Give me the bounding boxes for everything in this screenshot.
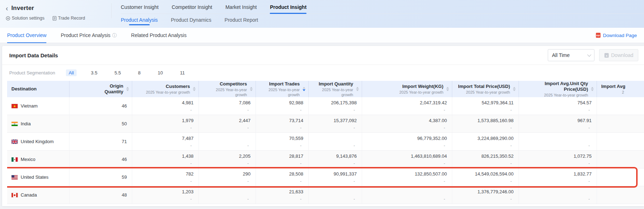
- import-avg-unit-qty-price-value: 754.57: [577, 100, 592, 106]
- origin-quantity-link[interactable]: 46: [122, 156, 127, 163]
- main-tab-market-insight[interactable]: Market Insight: [225, 4, 257, 14]
- origin-quantity-link[interactable]: 59: [122, 174, 127, 181]
- sort-carets-icon[interactable]: [250, 87, 253, 91]
- main-tab-competitor-insight[interactable]: Competitor Insight: [172, 4, 212, 14]
- sub-tab-product-dynamics[interactable]: Product Dynamics: [171, 17, 212, 23]
- import-trades-value[interactable]: 28,817: [289, 153, 303, 160]
- year-growth-value: -: [300, 178, 303, 184]
- import-trades-value[interactable]: 28,508: [289, 171, 303, 177]
- download-page-link[interactable]: PDF Download Page: [596, 28, 637, 43]
- page-tab-label: Related Product Analysis: [131, 32, 187, 38]
- page-tab-product-overview[interactable]: Product Overview: [7, 28, 46, 43]
- year-growth-value: -: [510, 178, 514, 184]
- sub-tab-product-analysis[interactable]: Product Analysis: [121, 17, 158, 23]
- origin-quantity-link[interactable]: 50: [122, 121, 127, 127]
- sort-carets-icon[interactable]: [193, 87, 196, 91]
- year-growth-value: -: [444, 125, 447, 131]
- year-growth-value: -: [588, 161, 592, 166]
- column-header-customers[interactable]: Customers2025 Year-to-year growth: [132, 81, 199, 97]
- column-header-import-quantity[interactable]: Import Quantity2025 Year-to-year growth: [309, 81, 362, 97]
- sort-desc-icon: [250, 89, 253, 91]
- segmentation-option-11[interactable]: 11: [177, 69, 188, 76]
- sort-carets-icon[interactable]: [591, 87, 594, 91]
- column-header-competitors[interactable]: Competitors2025 Year-to-year growth: [199, 81, 256, 97]
- cell-customers: 4,981-: [132, 97, 199, 115]
- sort-carets-icon[interactable]: [513, 87, 516, 91]
- sort-carets-icon[interactable]: [356, 87, 359, 91]
- column-label: Customers: [166, 84, 190, 89]
- sort-asc-icon: [356, 87, 359, 89]
- cell-customers: 1,203-: [132, 186, 199, 204]
- sort-carets-icon[interactable]: [446, 87, 449, 91]
- cell-competitors: 2,205-: [199, 151, 256, 168]
- customers-value: 1,979: [182, 117, 194, 124]
- column-label: Competitors: [220, 81, 247, 87]
- sort-asc-icon: [193, 87, 196, 89]
- origin-quantity-link[interactable]: 48: [122, 192, 127, 198]
- page-tab-related-product-analysis[interactable]: Related Product Analysis: [131, 28, 187, 43]
- column-header-import-trades[interactable]: Import Trades2025 Year-to-year growth: [256, 81, 309, 97]
- sort-carets-icon[interactable]: [126, 87, 129, 91]
- import-total-price-value: 1,376,779,246.00: [478, 189, 514, 195]
- table-header-row: DestinationOrigin QuantityCustomers2025 …: [7, 81, 644, 97]
- sort-asc-icon: [591, 87, 594, 89]
- trade-record-link[interactable]: Trade Record: [52, 16, 85, 21]
- sub-tab-product-report[interactable]: Product Report: [225, 17, 258, 23]
- cell-competitors: 2,447-: [199, 115, 256, 132]
- column-header-import-weight[interactable]: Import Weight(KG)2025 Year-to-year growt…: [362, 81, 452, 97]
- segmentation-option-5-5[interactable]: 5.5: [112, 69, 124, 76]
- column-header-import-avg-unit-qty-price[interactable]: Import Avg.Unit Qty Price(USD)2025 Year-…: [519, 81, 597, 97]
- import-trades-value[interactable]: 92,988: [289, 100, 303, 106]
- import-total-price-value: 542,979,364.11: [482, 100, 514, 106]
- origin-quantity-link[interactable]: 71: [122, 139, 127, 145]
- import-trades-value[interactable]: 70,559: [289, 135, 303, 142]
- solution-settings-link[interactable]: Solution settings: [6, 16, 45, 21]
- sort-carets-icon[interactable]: [303, 87, 305, 91]
- import-avg-unit-qty-price-value: 1,072.75: [573, 153, 592, 160]
- import-trades-value[interactable]: 73,714: [289, 117, 303, 124]
- download-button[interactable]: x Download: [599, 49, 638, 61]
- import-data-table: DestinationOrigin QuantityCustomers2025 …: [7, 81, 644, 204]
- import-weight-value: 132,850,507.00: [415, 171, 447, 177]
- segmentation-option-3-5[interactable]: 3.5: [88, 69, 100, 76]
- year-growth-value: -: [354, 178, 357, 184]
- cell-import-total-price: 3,224,869,290.00-: [452, 133, 519, 150]
- pdf-icon: PDF: [596, 32, 601, 38]
- sort-desc-icon: [303, 89, 305, 91]
- column-header-origin-quantity[interactable]: Origin Quantity: [69, 81, 132, 97]
- import-weight-value: 1,463,810,689.04: [411, 153, 447, 160]
- year-growth-value: -: [190, 178, 194, 184]
- segmentation-option-all[interactable]: All: [66, 69, 77, 76]
- flag-mx-icon: [11, 157, 18, 162]
- cell-competitors: 7,086-: [199, 97, 256, 115]
- time-range-select[interactable]: All Time: [548, 49, 594, 61]
- year-growth-value: -: [247, 125, 251, 131]
- page-tab-label: Product Overview: [7, 32, 46, 38]
- import-trades-value[interactable]: 21,633: [289, 189, 303, 195]
- main-tab-product-insight[interactable]: Product Insight: [270, 4, 306, 14]
- cell-import-total-price: 1,376,779,246.00-: [452, 186, 519, 204]
- destination-name: United States: [21, 174, 48, 180]
- import-data-card: Import Data Details All Time x Download …: [2, 46, 644, 206]
- segmentation-option-10[interactable]: 10: [155, 69, 165, 76]
- origin-quantity-link[interactable]: 46: [122, 103, 127, 109]
- page-content: Import Data Details All Time x Download …: [0, 43, 644, 206]
- segmentation-option-8[interactable]: 8: [135, 69, 143, 76]
- origin-quantity-cell: 46: [69, 151, 132, 168]
- main-tab-customer-insight[interactable]: Customer Insight: [121, 4, 159, 14]
- cell-customers: 1,979-: [132, 115, 199, 132]
- page-tab-product-price-analysis[interactable]: Product Price Analysisⓘ: [61, 28, 117, 43]
- cell-import-avg-cut: [597, 186, 644, 204]
- back-chevron-icon[interactable]: ‹: [6, 5, 8, 12]
- flag-vn-icon: [11, 104, 18, 108]
- year-growth-value: -: [588, 125, 592, 131]
- info-icon: ⓘ: [112, 33, 117, 38]
- column-header-import-total-price[interactable]: Import Total Price(USD)2025 Year-to-year…: [452, 81, 519, 97]
- import-quantity-value: 206,175,398: [331, 100, 357, 106]
- card-title: Import Data Details: [9, 52, 548, 58]
- destination-cell: Vietnam: [7, 97, 69, 115]
- cell-competitors: -: [199, 133, 256, 150]
- download-page-label: Download Page: [603, 33, 637, 38]
- column-sublabel: 2025 Year-to-year growth: [544, 93, 588, 98]
- table-row-mexico: Mexico461,438-2,205-28,817-9,143,876-1,4…: [7, 151, 644, 168]
